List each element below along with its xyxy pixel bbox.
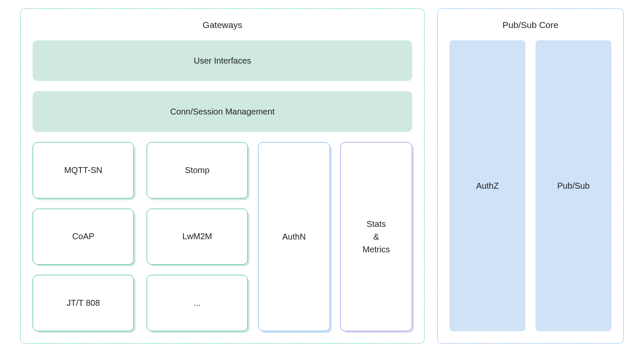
pubsub-label: Pub/Sub	[557, 181, 590, 191]
authn-inner: AuthN	[258, 142, 330, 331]
authn-label: AuthN	[282, 232, 306, 242]
diagram-container: Gateways User Interfaces Conn/Session Ma…	[20, 8, 624, 344]
protocol-mqtt-sn-inner: MQTT-SN	[33, 142, 134, 198]
protocol-coap-inner: CoAP	[33, 209, 134, 265]
protocol-lwm2m: LwM2M	[147, 209, 248, 265]
protocol-more-inner: ...	[147, 275, 248, 331]
protocol-jtt808-inner: JT/T 808	[33, 275, 134, 331]
authz-box: AuthZ	[450, 40, 525, 331]
protocol-label: JT/T 808	[67, 298, 100, 308]
gateways-panel: Gateways User Interfaces Conn/Session Ma…	[20, 8, 425, 344]
protocol-coap: CoAP	[33, 209, 134, 265]
stats-metrics-inner: Stats & Metrics	[340, 142, 412, 331]
pubsub-box: Pub/Sub	[536, 40, 611, 331]
protocol-grid: MQTT-SN Stomp CoAP	[33, 142, 248, 331]
conn-session-label: Conn/Session Management	[170, 107, 275, 117]
pubsub-columns: AuthZ Pub/Sub	[450, 40, 611, 331]
protocol-label: MQTT-SN	[64, 165, 103, 175]
gateways-title: Gateways	[33, 20, 412, 30]
conn-session-box: Conn/Session Management	[33, 91, 412, 132]
protocol-stomp: Stomp	[147, 142, 248, 198]
user-interfaces-box: User Interfaces	[33, 40, 412, 81]
protocol-label: Stomp	[185, 165, 210, 175]
user-interfaces-label: User Interfaces	[194, 56, 251, 66]
authz-label: AuthZ	[476, 181, 499, 191]
protocol-lwm2m-inner: LwM2M	[147, 209, 248, 265]
protocol-mqtt-sn: MQTT-SN	[33, 142, 134, 198]
gateways-bottom-row: MQTT-SN Stomp CoAP	[33, 142, 412, 331]
protocol-label: ...	[194, 298, 201, 308]
pubsub-core-panel: Pub/Sub Core AuthZ Pub/Sub	[437, 8, 624, 344]
protocol-label: LwM2M	[182, 232, 212, 241]
pubsub-core-title: Pub/Sub Core	[450, 20, 611, 30]
protocol-label: CoAP	[72, 232, 94, 241]
protocol-more: ...	[147, 275, 248, 331]
authn-box: AuthN	[258, 142, 330, 331]
protocol-stomp-inner: Stomp	[147, 142, 248, 198]
stats-metrics-box: Stats & Metrics	[340, 142, 412, 331]
stats-metrics-label: Stats & Metrics	[363, 218, 390, 256]
protocol-jtt808: JT/T 808	[33, 275, 134, 331]
